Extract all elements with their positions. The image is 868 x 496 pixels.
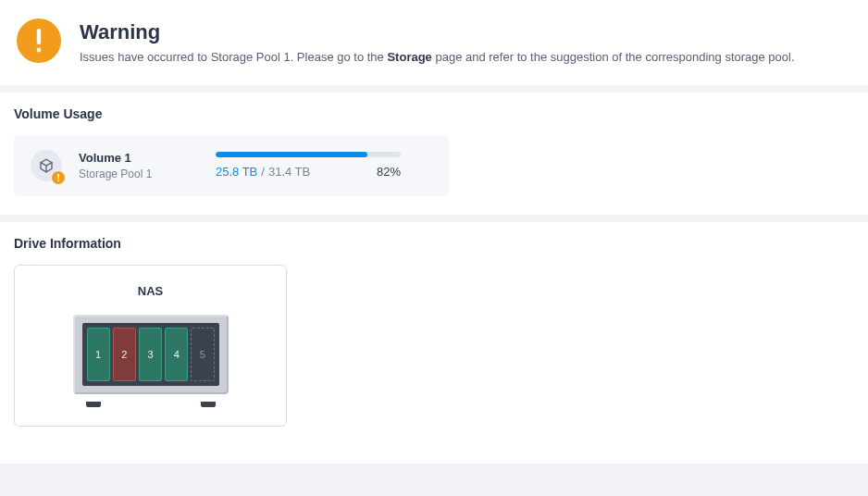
drive-info-title: Drive Information xyxy=(14,236,854,251)
warning-icon xyxy=(17,19,61,63)
drive-bay-5[interactable]: 5 xyxy=(191,328,214,381)
volume-icon-wrap: ! xyxy=(31,150,62,181)
volume-usage-panel: Volume Usage ! Volume 1 Storage Pool 1 2… xyxy=(0,93,868,215)
nas-chassis: 12345 xyxy=(73,315,229,394)
volume-progress-fill xyxy=(216,152,367,157)
drive-bay-2[interactable]: 2 xyxy=(113,328,136,381)
volume-usage-title: Volume Usage xyxy=(14,106,854,121)
warning-panel: Warning Issues have occurred to Storage … xyxy=(0,0,868,85)
volume-warning-badge-icon: ! xyxy=(51,170,66,185)
drive-bay-4[interactable]: 4 xyxy=(165,328,188,381)
volume-card[interactable]: ! Volume 1 Storage Pool 1 25.8 TB / 31.4… xyxy=(14,135,449,196)
svg-rect-1 xyxy=(37,29,41,44)
warning-message: Issues have occurred to Storage Pool 1. … xyxy=(80,48,854,67)
drive-box: NAS 12345 xyxy=(14,265,287,427)
volume-total: 31.4 TB xyxy=(268,165,310,179)
svg-point-0 xyxy=(37,48,42,53)
volume-progress-bar xyxy=(216,152,401,157)
volume-percent: 82% xyxy=(377,165,401,179)
volume-name: Volume 1 xyxy=(79,151,199,165)
volume-pool: Storage Pool 1 xyxy=(79,167,199,180)
device-label: NAS xyxy=(33,284,267,298)
volume-used: 25.8 TB xyxy=(216,165,257,179)
drive-bay-3[interactable]: 3 xyxy=(139,328,162,381)
drive-info-panel: Drive Information NAS 12345 xyxy=(0,222,868,464)
drive-bay-1[interactable]: 1 xyxy=(87,328,110,381)
warning-title: Warning xyxy=(80,20,854,44)
